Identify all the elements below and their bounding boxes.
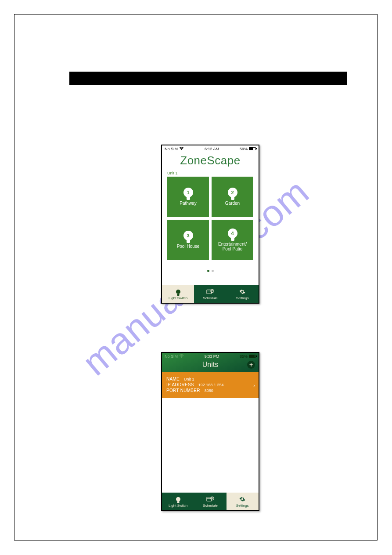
battery-text: 85% (240, 354, 248, 359)
tab-bar: Light Switch Schedule Settings (162, 285, 259, 303)
page-frame: manualslive.com No SIM 6:12 AM 59% ZoneS… (14, 14, 378, 540)
tab-label: Light Switch (169, 504, 187, 508)
zone-label: Pathway (178, 201, 198, 206)
field-label-ip: IP ADDRESS (166, 382, 194, 387)
tab-light-switch[interactable]: Light Switch (162, 493, 194, 510)
gear-icon (239, 496, 245, 503)
clock-text: 9:33 PM (205, 354, 219, 359)
zone-tile-pathway[interactable]: 1 Pathway (167, 177, 209, 217)
tab-settings[interactable]: Settings (227, 493, 259, 510)
battery-text: 59% (240, 147, 248, 151)
chevron-right-icon: › (253, 383, 255, 388)
schedule-icon (206, 496, 214, 503)
field-value-name: Unit 1 (184, 377, 194, 381)
zone-tile-pool-house[interactable]: 3 Pool House (167, 220, 209, 260)
wifi-icon (179, 354, 184, 358)
unit-heading: Unit 1 (167, 171, 259, 175)
tab-label: Settings (236, 504, 249, 508)
unit-row[interactable]: NAME Unit 1 IP ADDRESS 192.168.1.254 POR… (162, 372, 259, 398)
field-label-name: NAME (166, 377, 180, 381)
bulb-icon: 3 (183, 231, 193, 240)
tab-label: Light Switch (169, 296, 187, 300)
carrier-text: No SIM (165, 147, 178, 151)
gear-icon (239, 288, 245, 296)
field-value-port: 8080 (205, 388, 213, 393)
bulb-icon (176, 496, 180, 503)
page-dot (212, 270, 214, 272)
status-bar: No SIM 9:33 PM 85% (162, 353, 259, 359)
bulb-icon: 1 (183, 188, 193, 197)
zone-label: Garden (223, 201, 241, 206)
zone-tile-grid: 1 Pathway 2 Garden 3 Pool House 4 Entert… (162, 177, 259, 260)
add-unit-button[interactable]: + (247, 361, 255, 369)
tab-settings[interactable]: Settings (227, 285, 259, 303)
screen-body: NAME Unit 1 IP ADDRESS 192.168.1.254 POR… (162, 372, 259, 493)
header-bar: No SIM 9:33 PM 85% Units + (162, 353, 259, 372)
plus-icon: + (249, 362, 253, 368)
bulb-icon (176, 288, 180, 296)
status-bar: No SIM 6:12 AM 59% (162, 145, 259, 152)
tab-label: Settings (236, 296, 249, 300)
clock-text: 6:12 AM (205, 147, 219, 151)
page-dot-active (207, 270, 209, 272)
bulb-icon: 4 (228, 229, 237, 238)
carrier-text: No SIM (165, 354, 178, 359)
tab-bar: Light Switch Schedule Settings (162, 493, 259, 510)
screenshot-light-switch: No SIM 6:12 AM 59% ZoneScape Unit 1 1 Pa… (161, 145, 259, 304)
bulb-icon: 2 (228, 188, 237, 197)
tab-light-switch[interactable]: Light Switch (162, 285, 194, 303)
zone-label: Pool House (175, 244, 201, 249)
screenshot-settings-units: No SIM 9:33 PM 85% Units + NAME (161, 352, 259, 511)
zone-tile-entertainment[interactable]: 4 Entertainment/ Pool Patio (212, 220, 253, 260)
header-black-bar (69, 72, 347, 85)
zone-label: Entertainment/ Pool Patio (216, 242, 248, 252)
tab-schedule[interactable]: Schedule (194, 285, 226, 303)
page-indicator (162, 270, 259, 272)
tab-label: Schedule (203, 296, 217, 300)
battery-icon (249, 147, 256, 150)
tab-schedule[interactable]: Schedule (194, 493, 226, 510)
schedule-icon (206, 288, 214, 296)
wifi-icon (179, 147, 184, 151)
field-value-ip: 192.168.1.254 (198, 383, 224, 387)
app-title: ZoneScape (162, 154, 259, 167)
zone-tile-garden[interactable]: 2 Garden (212, 177, 253, 217)
screen-title: Units (162, 361, 259, 369)
field-label-port: PORT NUMBER (166, 388, 200, 393)
battery-icon (249, 355, 256, 358)
tab-label: Schedule (203, 504, 217, 508)
